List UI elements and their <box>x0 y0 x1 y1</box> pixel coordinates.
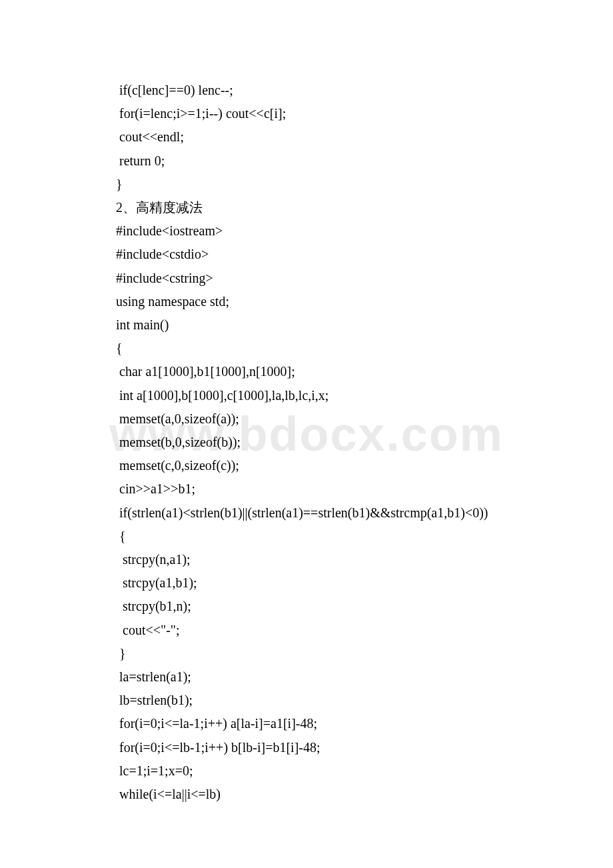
code-line: int a[1000],b[1000],c[1000],la,lb,lc,i,x… <box>116 384 497 407</box>
code-line: char a1[1000],b1[1000],n[1000]; <box>116 360 497 383</box>
code-content: if(c[lenc]==0) lenc--; for(i=lenc;i>=1;i… <box>116 79 497 806</box>
code-line: memset(a,0,sizeof(a)); <box>116 407 497 431</box>
code-line: la=strlen(a1); <box>116 665 497 689</box>
code-line: memset(c,0,sizeof(c)); <box>116 454 497 477</box>
code-line: if(c[lenc]==0) lenc--; <box>116 79 497 102</box>
code-line: if(strlen(a1)<strlen(b1)||(strlen(a1)==s… <box>116 501 497 525</box>
code-line: using namespace std; <box>116 290 497 313</box>
code-line: cout<<endl; <box>116 125 497 149</box>
code-line: strcpy(a1,b1); <box>116 571 497 595</box>
code-line: for(i=lenc;i>=1;i--) cout<<c[i]; <box>116 102 497 125</box>
code-line: } <box>116 173 497 196</box>
section-heading: 2、高精度减法 <box>116 196 497 219</box>
code-line: { <box>116 525 497 548</box>
document-page: www.bdocx.com if(c[lenc]==0) lenc--; for… <box>0 0 613 868</box>
code-line: memset(b,0,sizeof(b)); <box>116 431 497 454</box>
code-line: { <box>116 337 497 360</box>
code-line: for(i=0;i<=la-1;i++) a[la-i]=a1[i]-48; <box>116 712 497 735</box>
code-line: int main() <box>116 313 497 337</box>
code-line: lb=strlen(b1); <box>116 689 497 712</box>
code-line: while(i<=la||i<=lb) <box>116 783 497 806</box>
code-line: #include<cstring> <box>116 267 497 290</box>
code-line: strcpy(n,a1); <box>116 548 497 571</box>
code-line: cout<<"-"; <box>116 619 497 642</box>
code-line: #include<iostream> <box>116 219 497 243</box>
code-line: #include<cstdio> <box>116 243 497 266</box>
code-line: lc=1;i=1;x=0; <box>116 759 497 783</box>
code-line: } <box>116 642 497 665</box>
code-line: return 0; <box>116 149 497 173</box>
code-line: strcpy(b1,n); <box>116 595 497 618</box>
code-line: for(i=0;i<=lb-1;i++) b[lb-i]=b1[i]-48; <box>116 736 497 759</box>
code-line: cin>>a1>>b1; <box>116 477 497 501</box>
